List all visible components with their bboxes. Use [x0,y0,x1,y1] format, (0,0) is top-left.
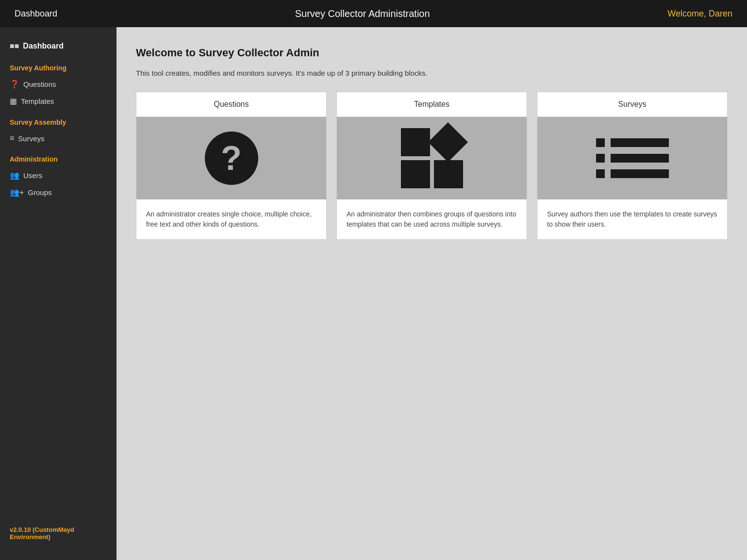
question-mark-icon: ? [205,132,258,185]
question-circle-icon: ❓ [10,80,19,89]
nav-welcome: Welcome, Daren [667,9,732,19]
sidebar: ■■ Dashboard Survey Authoring ❓ Question… [0,27,116,560]
list-bar-3 [611,169,669,178]
list-bar-2 [611,154,669,163]
template-sq1 [401,128,430,156]
sidebar-users-label: Users [23,171,42,180]
surveys-list-row-1 [596,138,669,147]
sidebar-templates-label: Templates [21,97,54,105]
sidebar-item-templates[interactable]: ▦ Templates [0,93,116,110]
card-questions-image: ? [136,117,326,199]
nav-dashboard-link[interactable]: Dashboard [15,9,57,19]
cards-row: Questions ? An administrator creates sin… [136,92,728,240]
card-templates: Templates An administrator then combin [336,92,527,240]
surveys-list-row-3 [596,169,669,178]
card-templates-image [337,117,527,199]
page-description: This tool creates, modifies and monitors… [136,69,728,77]
nav-welcome-user: Daren [709,9,732,18]
sidebar-item-surveys[interactable]: ≡ Surveys [0,130,116,147]
sidebar-item-groups[interactable]: 👥+ Groups [0,184,116,201]
list-bullet-2 [596,154,605,163]
card-surveys-body: Survey authors then use the templates to… [537,199,727,239]
main-content: Welcome to Survey Collector Admin This t… [116,27,747,560]
card-surveys: Surveys [537,92,728,240]
top-nav: Dashboard Survey Collector Administratio… [0,0,747,27]
template-diamond [428,122,467,162]
sidebar-dashboard-label: Dashboard [23,42,64,50]
sidebar-item-users[interactable]: 👥 Users [0,167,116,184]
card-templates-header: Templates [337,92,527,117]
groups-icon: 👥+ [10,188,24,197]
page-title: Welcome to Survey Collector Admin [136,47,728,59]
sidebar-section-survey-authoring: Survey Authoring [0,55,116,76]
sidebar-item-dashboard[interactable]: ■■ Dashboard [0,37,116,55]
main-layout: ■■ Dashboard Survey Authoring ❓ Question… [0,27,747,560]
list-bullet-3 [596,169,605,178]
users-icon: 👥 [10,171,19,180]
sidebar-version: v2.0.10 (CustomMayd Environment) [0,516,116,550]
card-questions-header: Questions [136,92,326,117]
dashboard-icon: ■■ [10,42,19,50]
surveys-list-icon: ≡ [10,134,14,143]
template-sq4 [434,160,463,188]
surveys-list-row-2 [596,154,669,163]
card-surveys-image [537,117,727,199]
nav-welcome-prefix: Welcome, [667,9,709,18]
surveys-list-visual [596,138,669,178]
list-bullet-1 [596,138,605,147]
sidebar-item-questions[interactable]: ❓ Questions [0,76,116,93]
sidebar-section-survey-assembly: Survey Assembly [0,110,116,130]
card-surveys-header: Surveys [537,92,727,117]
sidebar-surveys-label: Surveys [18,134,44,143]
template-sq3 [401,160,430,188]
card-questions-body: An administrator creates single choice, … [136,199,326,239]
templates-icon: ▦ [10,97,17,106]
sidebar-groups-label: Groups [28,188,51,197]
card-questions: Questions ? An administrator creates sin… [136,92,327,240]
sidebar-section-administration: Administration [0,147,116,167]
card-templates-body: An administrator then combines groups of… [337,199,527,239]
sidebar-questions-label: Questions [23,80,56,88]
list-bar-1 [611,138,669,147]
nav-title: Survey Collector Administration [295,8,430,19]
